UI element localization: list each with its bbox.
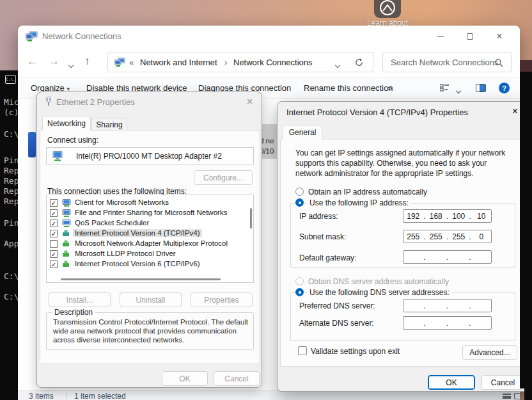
forward-button[interactable]: → [49, 55, 59, 68]
radio-use-ip[interactable] [295, 198, 304, 207]
adapter-name: Intel(R) PRO/1000 MT Desktop Adapter #2 [76, 152, 222, 161]
radio-obtain-ip[interactable] [295, 188, 304, 196]
minimize-button[interactable] [426, 27, 455, 46]
screen-corner [524, 388, 532, 400]
history-dropdown-icon[interactable] [69, 60, 73, 69]
close-icon[interactable]: × [512, 106, 518, 116]
radio-use-dns-label[interactable]: Use the following DNS server addresses: [307, 288, 452, 297]
refresh-icon[interactable] [354, 58, 364, 67]
terminal-line: (c) [4, 108, 18, 117]
explorer-titlebar[interactable]: Network Connections × [18, 26, 520, 47]
horizontal-scrollbar[interactable] [61, 278, 221, 280]
vertical-scrollbar[interactable] [250, 208, 252, 228]
validate-checkbox[interactable] [298, 346, 307, 355]
tab-sharing[interactable]: Sharing [91, 118, 127, 131]
properties-button[interactable]: Properties [191, 292, 253, 307]
protocol-icon [62, 260, 70, 268]
cancel-button[interactable]: Cancel [481, 375, 524, 390]
validate-checkbox-label[interactable]: Validate settings upon exit [311, 347, 400, 356]
ok-button[interactable]: OK [162, 371, 208, 386]
configure-button[interactable]: Configure... [194, 170, 253, 185]
item-label: Microsoft Network Adapter Multiplexor Pr… [73, 239, 230, 247]
preferred-dns-field[interactable]: ... [403, 299, 492, 312]
view-dropdown-icon[interactable] [457, 86, 460, 95]
back-button[interactable]: ← [27, 55, 38, 68]
view-options-icon[interactable] [440, 84, 450, 92]
checkbox[interactable]: ✓ [50, 199, 58, 207]
description-title: Description [52, 308, 95, 317]
picture-icon [374, 0, 401, 18]
alternate-dns-field[interactable]: ... [403, 316, 492, 330]
terminal-line: Rep [4, 176, 18, 186]
breadcrumb-collapse[interactable]: « [129, 58, 134, 67]
learn-about-picture-icon[interactable] [374, 0, 401, 18]
install-button[interactable]: Install... [49, 292, 111, 307]
list-item[interactable]: ✓ File and Printer Sharing for Microsoft… [47, 208, 253, 218]
explorer-statusbar: 3 items 1 item selected [18, 390, 520, 400]
qos-icon [62, 220, 71, 227]
minimize-icon [437, 36, 444, 37]
maximize-button[interactable] [456, 27, 484, 46]
terminal-line: Rep [4, 196, 18, 206]
breadcrumb-item-network-connections[interactable]: Network Connections [233, 58, 313, 67]
checkbox[interactable]: ✓ [50, 260, 58, 268]
address-location-icon [114, 58, 125, 67]
toolbar-overflow-button[interactable]: » [387, 83, 392, 93]
address-bar[interactable]: « Network and Internet › Network Connect… [107, 52, 373, 72]
client-icon [62, 199, 71, 207]
checkbox[interactable]: ✓ [50, 250, 58, 258]
help-icon[interactable]: ? [499, 83, 510, 93]
up-button[interactable]: ↑ [84, 55, 90, 68]
list-item[interactable]: ✓ Client for Microsoft Networks [47, 198, 253, 208]
close-icon[interactable]: × [247, 97, 253, 107]
ok-button[interactable]: OK [428, 375, 475, 390]
tab-networking[interactable]: Networking [42, 116, 91, 131]
default-gateway-field[interactable]: ... [403, 250, 492, 264]
radio-obtain-ip-label[interactable]: Obtain an IP address automatically [308, 188, 427, 196]
list-item[interactable]: ✓ Microsoft LLDP Protocol Driver [47, 249, 253, 259]
description-text: Transmission Control Protocol/Internet P… [53, 317, 248, 344]
advanced-button[interactable]: Advanced... [462, 345, 517, 360]
status-divider [66, 392, 67, 399]
radio-use-dns[interactable] [295, 288, 304, 296]
ip-address-field[interactable]: 192.168.100.10 [403, 209, 492, 223]
list-item[interactable]: ✓ QoS Packet Scheduler [47, 218, 253, 228]
protocol-icon [62, 250, 70, 257]
uninstall-button[interactable]: Uninstall [120, 292, 182, 307]
explorer-navbar: ← → ↑ « Network and Internet › Network C… [18, 47, 520, 77]
address-dropdown-icon[interactable] [336, 60, 340, 69]
ethernet-dialog-titlebar[interactable]: Ethernet 2 Properties × [37, 92, 262, 111]
subnet-mask-field[interactable]: 255.255.255.0 [403, 230, 492, 243]
search-input[interactable]: Search Network Connections [382, 52, 512, 72]
alternate-dns-label: Alternate DNS server: [299, 319, 374, 328]
subnet-mask-label: Subnet mask: [299, 232, 346, 241]
breadcrumb-item-network-and-internet[interactable]: Network and Internet [140, 58, 217, 67]
checkbox[interactable] [50, 240, 58, 248]
list-item[interactable]: ✓ Internet Protocol Version 6 (TCP/IPv6) [47, 259, 253, 269]
terminal-line: Rep [4, 186, 18, 196]
selection-count: 1 item selected [74, 392, 126, 400]
list-item[interactable]: Microsoft Network Adapter Multiplexor Pr… [47, 239, 253, 249]
large-icons-view-icon[interactable] [514, 393, 520, 399]
network-adapter-tile-icon [28, 132, 36, 157]
terminal-line: Pin [4, 218, 18, 228]
radio-obtain-dns[interactable] [295, 277, 304, 285]
checkbox[interactable]: ✓ [50, 230, 58, 237]
ip-address-label: IP address: [299, 212, 338, 221]
preview-pane-icon[interactable] [476, 84, 486, 92]
checkbox[interactable]: ✓ [50, 209, 58, 217]
checkbox[interactable]: ✓ [50, 220, 58, 227]
tab-general[interactable]: General [283, 125, 322, 140]
list-item-selected[interactable]: ✓ Internet Protocol Version 4 (TCP/IPv4) [47, 228, 253, 239]
close-button[interactable]: × [485, 27, 513, 46]
radio-use-ip-label[interactable]: Use the following IP address: [307, 198, 411, 207]
terminal-window[interactable]: C:\. Mic (c) C:\ Pin Rep Rep Rep Rep Pin… [0, 70, 18, 400]
connection-items-list[interactable]: ✓ Client for Microsoft Networks ✓ File a… [46, 195, 254, 283]
ipv4-properties-dialog: Internet Protocol Version 4 (TCP/IPv4) P… [277, 101, 529, 392]
details-view-icon[interactable] [503, 394, 511, 399]
adapter-box: Intel(R) PRO/1000 MT Desktop Adapter #2 [46, 147, 254, 164]
cancel-button[interactable]: Cancel [214, 371, 260, 386]
radio-obtain-dns-label[interactable]: Obtain DNS server address automatically [308, 277, 449, 286]
ipv4-dialog-titlebar[interactable]: Internet Protocol Version 4 (TCP/IPv4) P… [278, 102, 528, 121]
rename-connection-command[interactable]: Rename this connection [304, 83, 393, 93]
